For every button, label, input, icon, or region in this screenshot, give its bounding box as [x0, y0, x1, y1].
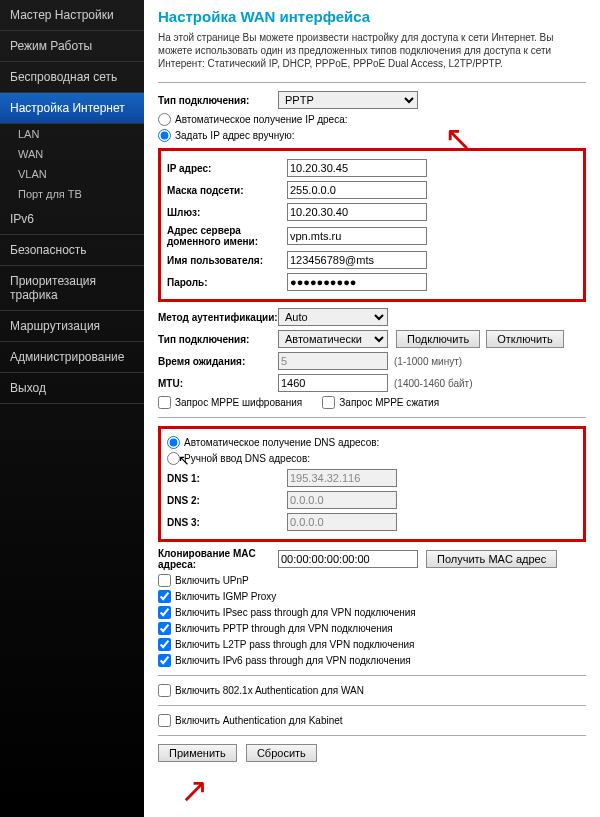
- sidebar-item-ipv6[interactable]: IPv6: [0, 204, 144, 235]
- mppe-enc-checkbox[interactable]: [158, 396, 171, 409]
- mtu-input[interactable]: [278, 374, 388, 392]
- sidebar-item-qos[interactable]: Приоритезация трафика: [0, 266, 144, 311]
- mac-input[interactable]: [278, 550, 418, 568]
- dns1-input: [287, 469, 397, 487]
- sidebar-item-internet[interactable]: Настройка Интернет: [0, 93, 144, 124]
- wait-label: Время ожидания:: [158, 356, 278, 367]
- ipv6pt-checkbox[interactable]: [158, 654, 171, 667]
- kabinet-label: Включить Authentication для Kabinet: [175, 715, 343, 726]
- connect-button[interactable]: Подключить: [396, 330, 480, 348]
- mtu-hint: (1400-1460 байт): [394, 378, 473, 389]
- l2tp-checkbox[interactable]: [158, 638, 171, 651]
- main-content: Настройка WAN интерфейса На этой страниц…: [144, 0, 600, 817]
- ip-label: IP адрес:: [167, 163, 287, 174]
- wait-hint: (1-1000 минут): [394, 356, 462, 367]
- sidebar-sub-vlan[interactable]: VLAN: [0, 164, 144, 184]
- arrow-annotation-icon: ↗: [180, 770, 208, 810]
- wait-input: [278, 352, 388, 370]
- conn-type-select[interactable]: PPTP: [278, 91, 418, 109]
- ip-auto-radio[interactable]: [158, 113, 171, 126]
- user-input[interactable]: [287, 251, 427, 269]
- mask-label: Маска подсети:: [167, 185, 287, 196]
- upnp-checkbox[interactable]: [158, 574, 171, 587]
- dns3-label: DNS 3:: [167, 517, 287, 528]
- dns2-label: DNS 2:: [167, 495, 287, 506]
- get-mac-button[interactable]: Получить MAC адрес: [426, 550, 557, 568]
- dns-auto-label: Автоматическое получение DNS адресов:: [184, 437, 379, 448]
- divider: [158, 82, 586, 83]
- ipsec-label: Включить IPsec pass through для VPN подк…: [175, 607, 416, 618]
- sidebar-sub-wan[interactable]: WAN: [0, 144, 144, 164]
- pptp-label: Включить PPTP through для VPN подключени…: [175, 623, 393, 634]
- user-label: Имя пользователя:: [167, 255, 287, 266]
- ip-manual-label: Задать IP адрес вручную:: [175, 130, 294, 141]
- sidebar-item-wizard[interactable]: Мастер Настройки: [0, 0, 144, 31]
- ctype-label: Тип подключения:: [158, 334, 278, 345]
- ip-input[interactable]: [287, 159, 427, 177]
- apply-button[interactable]: Применить: [158, 744, 237, 762]
- dns2-input: [287, 491, 397, 509]
- gw-input[interactable]: [287, 203, 427, 221]
- igmp-label: Включить IGMP Proxy: [175, 591, 276, 602]
- auth-label: Метод аутентификации:: [158, 312, 278, 323]
- divider: [158, 417, 586, 418]
- mppe-enc-label: Запрос MPPE шифрования: [175, 397, 302, 408]
- dot1x-label: Включить 802.1x Authentication для WAN: [175, 685, 364, 696]
- ctype-select[interactable]: Автоматически: [278, 330, 388, 348]
- pass-label: Пароль:: [167, 277, 287, 288]
- sidebar-item-routing[interactable]: Маршрутизация: [0, 311, 144, 342]
- sidebar-item-security[interactable]: Безопасность: [0, 235, 144, 266]
- divider: [158, 705, 586, 706]
- server-input[interactable]: [287, 227, 427, 245]
- upnp-label: Включить UPnP: [175, 575, 249, 586]
- sidebar-item-admin[interactable]: Администрирование: [0, 342, 144, 373]
- sidebar: Мастер Настройки Режим Работы Беспроводн…: [0, 0, 144, 817]
- ip-auto-label: Автоматическое получение IP дреса:: [175, 114, 348, 125]
- gw-label: Шлюз:: [167, 207, 287, 218]
- highlight-box-1: IP адрес: Маска подсети: Шлюз: Адрес сер…: [158, 148, 586, 302]
- mask-input[interactable]: [287, 181, 427, 199]
- server-label: Адрес сервера доменного имени:: [167, 225, 287, 247]
- kabinet-checkbox[interactable]: [158, 714, 171, 727]
- ip-manual-radio[interactable]: [158, 129, 171, 142]
- pptp-checkbox[interactable]: [158, 622, 171, 635]
- page-description: На этой странице Вы можете произвести на…: [158, 31, 586, 70]
- divider: [158, 735, 586, 736]
- sidebar-sub-tvport[interactable]: Порт для ТВ: [0, 184, 144, 204]
- conn-type-label: Тип подключения:: [158, 95, 278, 106]
- mppe-comp-label: Запрос MPPE сжатия: [339, 397, 439, 408]
- ipv6pt-label: Включить IPv6 pass through для VPN подкл…: [175, 655, 411, 666]
- sidebar-item-exit[interactable]: Выход: [0, 373, 144, 404]
- dns-manual-radio[interactable]: [167, 452, 180, 465]
- page-title: Настройка WAN интерфейса: [158, 8, 586, 25]
- sidebar-sub-lan[interactable]: LAN: [0, 124, 144, 144]
- pass-input[interactable]: [287, 273, 427, 291]
- dns3-input: [287, 513, 397, 531]
- mtu-label: MTU:: [158, 378, 278, 389]
- mppe-comp-checkbox[interactable]: [322, 396, 335, 409]
- igmp-checkbox[interactable]: [158, 590, 171, 603]
- reset-button[interactable]: Сбросить: [246, 744, 317, 762]
- divider: [158, 675, 586, 676]
- dot1x-checkbox[interactable]: [158, 684, 171, 697]
- sidebar-item-wireless[interactable]: Беспроводная сеть: [0, 62, 144, 93]
- highlight-box-2: Автоматическое получение DNS адресов: ↖ …: [158, 426, 586, 542]
- l2tp-label: Включить L2TP pass through для VPN подкл…: [175, 639, 414, 650]
- ipsec-checkbox[interactable]: [158, 606, 171, 619]
- dns-manual-label: Ручной ввод DNS адресов:: [184, 453, 310, 464]
- dns1-label: DNS 1:: [167, 473, 287, 484]
- auth-select[interactable]: Auto: [278, 308, 388, 326]
- dns-auto-radio[interactable]: [167, 436, 180, 449]
- sidebar-item-mode[interactable]: Режим Работы: [0, 31, 144, 62]
- disconnect-button[interactable]: Отключить: [486, 330, 564, 348]
- mac-label: Клонирование MAC адреса:: [158, 548, 278, 570]
